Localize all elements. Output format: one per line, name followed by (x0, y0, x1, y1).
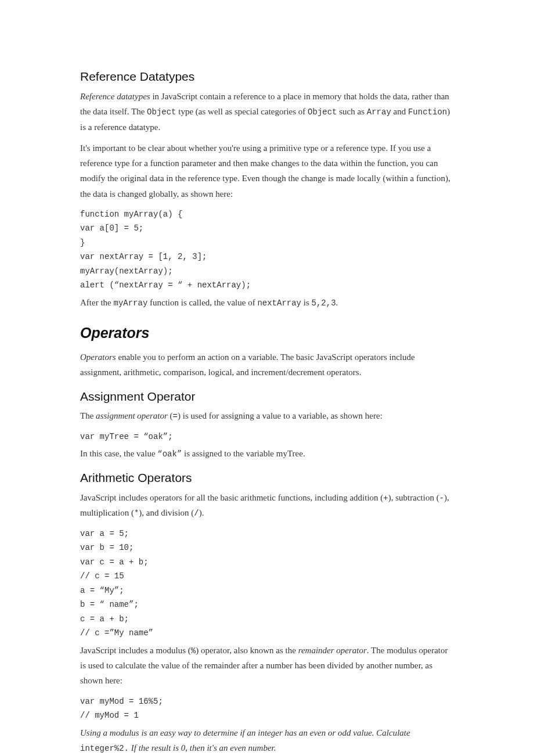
code-inline: Array (367, 107, 391, 117)
text: ) is used for assigning a value to a var… (178, 411, 383, 420)
paragraph: JavaScript includes operators for all th… (80, 490, 454, 521)
code-inline: Object (308, 107, 337, 117)
code-inline: - (439, 494, 444, 503)
code-block: function myArray(a) { var a[0] = 5; } va… (80, 207, 454, 293)
heading-assignment-operator: Assignment Operator (80, 386, 454, 408)
code-inline: Function (408, 107, 447, 117)
code-block: var myMod = 16%5; // myMod = 1 (80, 694, 454, 723)
text: function is called, the value of (147, 298, 257, 307)
text: is (301, 298, 312, 307)
code-inline: myArray (113, 298, 147, 308)
text: ), subtraction ( (388, 493, 439, 502)
code-inline: % (191, 646, 196, 656)
code-inline: integer%2. (80, 744, 129, 753)
text-italic: Operators (80, 352, 116, 362)
text: and (391, 107, 408, 116)
text-italic: assignment operator (96, 411, 168, 420)
paragraph: JavaScript includes a modulus (%) operat… (80, 643, 454, 689)
text: ). (199, 508, 204, 517)
heading-arithmetic-operators: Arithmetic Operators (80, 467, 454, 489)
code-inline: Object (147, 107, 176, 117)
text: JavaScript includes operators for all th… (80, 493, 383, 502)
heading-reference-datatypes: Reference Datatypes (80, 66, 454, 88)
text: enable you to perform an action on a var… (80, 352, 415, 377)
text: such as (337, 107, 367, 116)
code-block: var a = 5; var b = 10; var c = a + b; //… (80, 527, 454, 640)
text: ) operator, also known as the (196, 646, 298, 655)
text: The (80, 411, 96, 420)
paragraph: After the myArray function is called, th… (80, 295, 454, 311)
code-inline: / (194, 509, 199, 518)
text-italic: If the result is 0, then it's an even nu… (129, 743, 276, 753)
text-italic: Reference datatypes (80, 92, 150, 101)
text-italic: remainder operator (298, 646, 367, 655)
text: ), and division ( (139, 508, 194, 517)
text: JavaScript includes a modulus ( (80, 646, 191, 655)
paragraph: In this case, the value “oak” is assigne… (80, 446, 454, 462)
heading-operators: Operators (80, 321, 454, 346)
paragraph: Reference datatypes in JavaScript contai… (80, 89, 454, 135)
code-inline: + (383, 494, 388, 503)
paragraph: Operators enable you to perform an actio… (80, 350, 454, 380)
text: In this case, the value (80, 449, 157, 458)
text: is assigned to the variable myTree. (182, 449, 305, 458)
paragraph: The assignment operator (=) is used for … (80, 408, 454, 424)
code-inline: “oak” (157, 449, 182, 459)
text-italic: Using a modulus is an easy way to determ… (80, 728, 410, 737)
paragraph: It's important to be clear about whether… (80, 141, 454, 201)
code-inline: 5,2,3 (312, 298, 336, 308)
code-inline: nextArray (257, 298, 301, 308)
text: . (336, 298, 338, 307)
code-inline: = (173, 412, 178, 421)
code-block: var myTree = “oak”; (80, 430, 454, 444)
paragraph-note: Using a modulus is an easy way to determ… (80, 725, 454, 756)
text: ( (168, 411, 173, 420)
text: After the (80, 298, 113, 307)
text: type (as well as special categories of (176, 107, 308, 116)
